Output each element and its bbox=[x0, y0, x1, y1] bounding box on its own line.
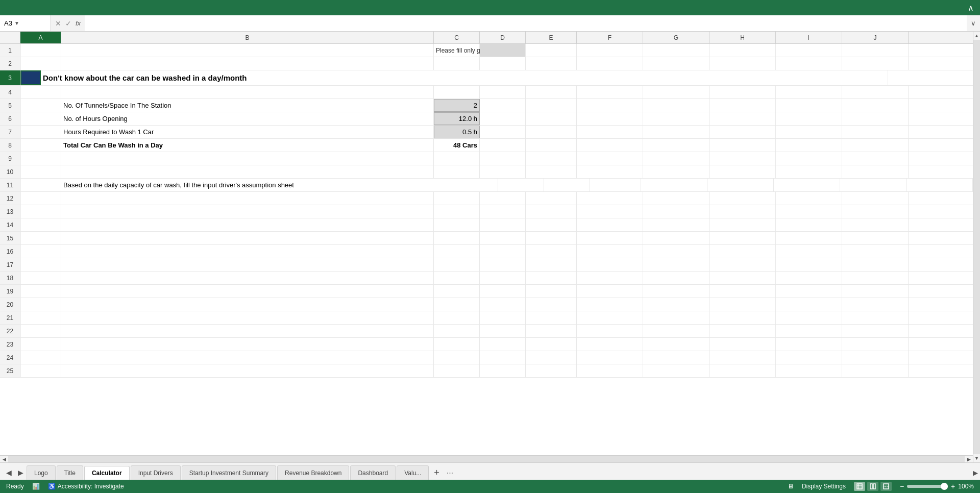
cell-a18[interactable] bbox=[20, 272, 61, 284]
tab-title[interactable]: Title bbox=[57, 465, 83, 480]
cell-e18[interactable] bbox=[526, 272, 577, 284]
cell-e12[interactable] bbox=[526, 192, 577, 205]
vertical-scroll-track[interactable] bbox=[973, 40, 981, 454]
cell-g25[interactable] bbox=[643, 364, 709, 377]
cell-c20[interactable] bbox=[434, 298, 480, 311]
display-settings-label[interactable]: Display Settings bbox=[802, 483, 846, 490]
cell-d17[interactable] bbox=[480, 258, 526, 271]
cell-c25[interactable] bbox=[434, 364, 480, 377]
cell-d10[interactable] bbox=[480, 165, 526, 178]
cell-e22[interactable] bbox=[526, 325, 577, 337]
cell-e20[interactable] bbox=[526, 298, 577, 311]
cell-c14[interactable] bbox=[434, 218, 480, 231]
cell-b13[interactable] bbox=[61, 205, 434, 218]
cell-b21[interactable] bbox=[61, 311, 434, 324]
cell-i17[interactable] bbox=[776, 258, 842, 271]
cell-b8[interactable]: Total Car Can Be Wash in a Day bbox=[61, 139, 434, 152]
cell-c7[interactable]: 0.5 h bbox=[434, 126, 480, 138]
cell-f17[interactable] bbox=[577, 258, 643, 271]
cell-a17[interactable] bbox=[20, 258, 61, 271]
cell-h25[interactable] bbox=[709, 364, 776, 377]
cell-i11[interactable] bbox=[840, 179, 906, 191]
accessibility-area[interactable]: ♿ Accessibility: Investigate bbox=[48, 483, 124, 490]
cell-c18[interactable] bbox=[434, 272, 480, 284]
cell-d4[interactable] bbox=[480, 86, 526, 98]
zoom-plus-button[interactable]: + bbox=[951, 482, 955, 490]
cell-b18[interactable] bbox=[61, 272, 434, 284]
col-header-d[interactable]: D bbox=[480, 32, 526, 43]
cell-i7[interactable] bbox=[776, 126, 842, 138]
tab-logo[interactable]: Logo bbox=[27, 465, 56, 480]
cell-b10[interactable] bbox=[61, 165, 434, 178]
cell-i18[interactable] bbox=[776, 272, 842, 284]
cell-d8[interactable] bbox=[480, 139, 526, 152]
page-break-view-button[interactable] bbox=[880, 482, 892, 491]
cell-e9[interactable] bbox=[526, 152, 577, 165]
horizontal-scrollbar[interactable]: ◀ ▶ bbox=[0, 455, 973, 462]
cell-a10[interactable] bbox=[20, 165, 61, 178]
cell-a7[interactable] bbox=[20, 126, 61, 138]
cell-a21[interactable] bbox=[20, 311, 61, 324]
cell-c16[interactable] bbox=[434, 245, 480, 258]
cell-d11[interactable] bbox=[544, 179, 590, 191]
cell-e2[interactable] bbox=[526, 57, 577, 70]
cell-i10[interactable] bbox=[776, 165, 842, 178]
cell-h9[interactable] bbox=[709, 152, 776, 165]
cell-d1[interactable] bbox=[480, 44, 526, 57]
cell-j21[interactable] bbox=[842, 311, 909, 324]
cell-b11[interactable]: Based on the daily capacity of car wash,… bbox=[61, 179, 498, 191]
cell-f11[interactable] bbox=[641, 179, 707, 191]
cell-j5[interactable] bbox=[842, 99, 909, 112]
cell-b17[interactable] bbox=[61, 258, 434, 271]
cell-d13[interactable] bbox=[480, 205, 526, 218]
scroll-up-button[interactable]: ▲ bbox=[973, 32, 981, 40]
cell-i2[interactable] bbox=[776, 57, 842, 70]
cell-j4[interactable] bbox=[842, 86, 909, 98]
cancel-icon[interactable]: ✕ bbox=[55, 19, 61, 28]
cell-i23[interactable] bbox=[776, 338, 842, 351]
cell-i21[interactable] bbox=[776, 311, 842, 324]
tab-startup-investment[interactable]: Startup Investment Summary bbox=[182, 465, 276, 480]
cell-g14[interactable] bbox=[643, 218, 709, 231]
cell-b15[interactable] bbox=[61, 232, 434, 244]
cell-g5[interactable] bbox=[643, 99, 709, 112]
cell-i8[interactable] bbox=[776, 139, 842, 152]
cell-a20[interactable] bbox=[20, 298, 61, 311]
cell-d9[interactable] bbox=[480, 152, 526, 165]
cell-i20[interactable] bbox=[776, 298, 842, 311]
tab-revenue-breakdown[interactable]: Revenue Breakdown bbox=[277, 465, 349, 480]
cell-e13[interactable] bbox=[526, 205, 577, 218]
cell-a16[interactable] bbox=[20, 245, 61, 258]
cell-f25[interactable] bbox=[577, 364, 643, 377]
cell-a5[interactable] bbox=[20, 99, 61, 112]
cell-e14[interactable] bbox=[526, 218, 577, 231]
cell-e4[interactable] bbox=[526, 86, 577, 98]
cell-i1[interactable] bbox=[776, 44, 842, 57]
col-header-a[interactable]: A bbox=[20, 32, 61, 43]
cell-a14[interactable] bbox=[20, 218, 61, 231]
cell-h15[interactable] bbox=[709, 232, 776, 244]
tab-right-scroll-button[interactable]: ▶ bbox=[971, 465, 980, 480]
cell-c15[interactable] bbox=[434, 232, 480, 244]
cell-f18[interactable] bbox=[577, 272, 643, 284]
cell-f5[interactable] bbox=[577, 99, 643, 112]
cell-f6[interactable] bbox=[577, 112, 643, 125]
cell-b7[interactable]: Hours Required to Wash 1 Car bbox=[61, 126, 434, 138]
cell-j15[interactable] bbox=[842, 232, 909, 244]
zoom-slider[interactable] bbox=[907, 485, 948, 488]
vertical-scrollbar[interactable]: ▲ ▼ bbox=[973, 32, 980, 462]
cell-f19[interactable] bbox=[577, 285, 643, 298]
col-header-i[interactable]: I bbox=[776, 32, 842, 43]
cell-a15[interactable] bbox=[20, 232, 61, 244]
cell-d22[interactable] bbox=[480, 325, 526, 337]
cell-b16[interactable] bbox=[61, 245, 434, 258]
cell-c4[interactable] bbox=[434, 86, 480, 98]
scroll-left-button[interactable]: ◀ bbox=[0, 456, 8, 463]
cell-d16[interactable] bbox=[480, 245, 526, 258]
cell-g12[interactable] bbox=[643, 192, 709, 205]
cell-c6[interactable]: 12.0 h bbox=[434, 112, 480, 125]
cell-f21[interactable] bbox=[577, 311, 643, 324]
cell-c24[interactable] bbox=[434, 351, 480, 364]
cell-g7[interactable] bbox=[643, 126, 709, 138]
cell-f22[interactable] bbox=[577, 325, 643, 337]
